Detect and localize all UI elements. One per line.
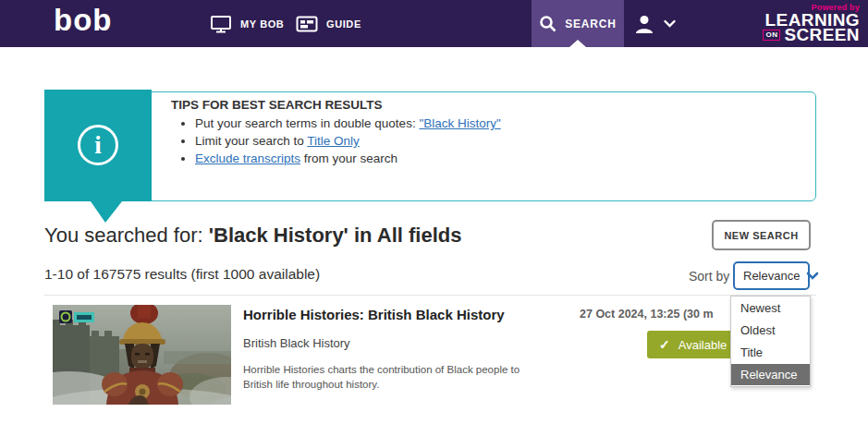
tips-item-title-only: Limit your search to Title Only <box>195 135 805 148</box>
chevron-down-icon <box>664 19 676 28</box>
result-subtitle: British Black History <box>243 336 350 350</box>
tips-link-black-history[interactable]: "Black History" <box>419 116 500 130</box>
sort-select-value: Relevance <box>743 269 800 283</box>
tips-item-text: Put your search terms in double quotes: <box>195 116 419 130</box>
sort-option-oldest[interactable]: Oldest <box>731 320 810 341</box>
sort-dropdown-menu: Newest Oldest Title Relevance <box>730 296 811 387</box>
sort-option-relevance[interactable]: Relevance <box>731 364 810 385</box>
sort-option-newest[interactable]: Newest <box>731 297 810 319</box>
results-count: 1-10 of 167575 results (first 1000 avail… <box>44 266 320 283</box>
nav-my-bob-label: MY BOB <box>240 18 284 30</box>
learning-on-screen-logo: Powered by LEARNING ON SCREEN <box>763 3 860 42</box>
tips-item-text: from your search <box>300 151 397 165</box>
sort-option-title[interactable]: Title <box>731 342 810 363</box>
bob-logo[interactable]: bob <box>54 3 112 38</box>
tips-link-exclude-transcripts[interactable]: Exclude transcripts <box>195 151 300 165</box>
tips-title: TIPS FOR BEST SEARCH RESULTS <box>171 98 805 112</box>
result-description: Horrible Histories charts the contributi… <box>243 362 539 392</box>
chevron-down-icon <box>806 272 819 280</box>
check-icon: ✓ <box>659 337 670 352</box>
tab-search-label: SEARCH <box>565 18 616 30</box>
tips-list: Put your search terms in double quotes: … <box>195 117 805 165</box>
search-tips-callout: i TIPS FOR BEST SEARCH RESULTS Put your … <box>44 90 816 201</box>
tips-item-quotes: Put your search terms in double quotes: … <box>195 117 805 130</box>
page-title-prefix: You searched for: <box>44 224 209 247</box>
top-navigation-bar: bob MY BOB GUIDE <box>0 0 868 47</box>
tips-pointer-tail <box>91 201 122 223</box>
monitor-icon <box>210 15 232 33</box>
info-icon: i <box>78 125 118 165</box>
result-title[interactable]: Horrible Histories: British Black Histor… <box>243 307 505 322</box>
tab-search-active[interactable]: SEARCH <box>532 0 624 47</box>
results-divider <box>44 295 816 296</box>
brand-on-label: ON <box>763 30 780 41</box>
user-icon <box>633 13 655 35</box>
account-menu[interactable] <box>627 0 682 47</box>
brand-screen-label: SCREEN <box>784 28 860 42</box>
sort-select[interactable]: Relevance <box>733 261 810 290</box>
search-icon <box>539 15 557 33</box>
sort-by-label: Sort by <box>689 269 729 284</box>
page-title-query: 'Black History' in All fields <box>209 224 462 247</box>
tips-item-exclude-transcripts: Exclude transcripts from your search <box>195 152 805 165</box>
tips-item-text: Limit your search to <box>195 134 307 148</box>
tips-link-title-only[interactable]: Title Only <box>307 134 360 148</box>
tv-guide-icon <box>296 16 318 32</box>
result-datetime: 27 Oct 2024, 13:25 (30 m <box>580 308 714 321</box>
result-thumbnail[interactable] <box>53 305 231 405</box>
nav-guide[interactable]: GUIDE <box>296 0 361 47</box>
active-tab-caret <box>569 40 586 47</box>
nav-my-bob[interactable]: MY BOB <box>210 0 284 47</box>
new-search-button[interactable]: NEW SEARCH <box>712 220 811 250</box>
page-title: You searched for: 'Black History' in All… <box>44 224 462 248</box>
nav-guide-label: GUIDE <box>326 18 361 30</box>
